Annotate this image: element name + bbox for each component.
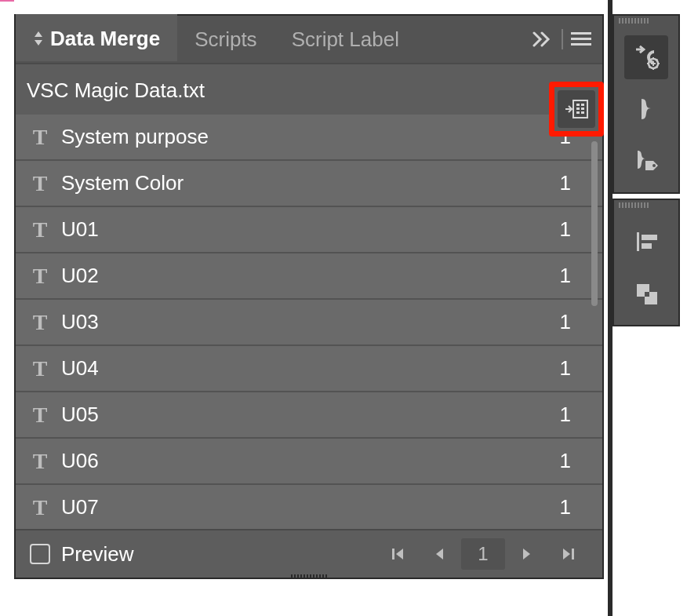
divider	[562, 29, 563, 49]
field-row[interactable]: T System purpose 1	[16, 115, 602, 161]
field-count: 1	[560, 264, 571, 288]
field-name: System purpose	[61, 125, 560, 149]
panel-menu-button[interactable]	[571, 31, 591, 47]
data-merge-panel: Data Merge Scripts Script Label VSC Mag	[14, 14, 604, 579]
svg-rect-4	[576, 104, 580, 106]
panel-tabstrip: Data Merge Scripts Script Label	[16, 16, 602, 63]
field-name: U04	[61, 356, 560, 381]
svg-rect-1	[571, 38, 591, 40]
data-source-row: VSC Magic Data.txt	[16, 63, 602, 116]
dock-pathfinder-button[interactable]	[624, 272, 668, 315]
dock-grip[interactable]	[614, 200, 678, 212]
field-name: System Color	[61, 171, 560, 195]
field-name: U05	[61, 403, 560, 427]
text-field-icon: T	[27, 310, 53, 335]
svg-rect-19	[645, 292, 649, 297]
svg-rect-7	[581, 108, 584, 110]
svg-rect-10	[392, 549, 394, 560]
align-dock-icon	[634, 231, 659, 253]
decorative-line	[0, 0, 14, 2]
field-name: U02	[61, 264, 560, 288]
field-count: 1	[560, 403, 571, 427]
svg-rect-14	[637, 232, 639, 251]
field-name: U07	[61, 495, 560, 519]
tab-label: Script Label	[292, 27, 399, 52]
script-label-dock-icon	[633, 148, 660, 173]
field-count: 1	[560, 356, 571, 381]
tab-data-merge[interactable]: Data Merge	[16, 14, 177, 61]
panel-footer: Preview 1	[16, 529, 602, 578]
field-count: 1	[560, 495, 571, 519]
field-row[interactable]: T U02 1	[16, 253, 602, 300]
field-count: 1	[560, 449, 571, 473]
pathfinder-dock-icon	[634, 281, 659, 306]
preview-label: Preview	[61, 542, 133, 567]
field-row[interactable]: T U07 1	[16, 485, 602, 530]
field-list: T System purpose 1 T System Color 1 T U0…	[16, 115, 602, 530]
field-row[interactable]: T U05 1	[16, 392, 602, 439]
prev-page-icon	[433, 546, 445, 562]
dock-group-2	[612, 199, 680, 326]
dock-scripts-button[interactable]	[624, 87, 668, 131]
dock-grip[interactable]	[614, 16, 678, 27]
last-page-icon	[560, 546, 576, 562]
svg-rect-0	[571, 32, 591, 35]
tab-scripts[interactable]: Scripts	[177, 16, 274, 63]
field-count: 1	[560, 217, 571, 242]
svg-rect-3	[573, 100, 587, 118]
text-field-icon: T	[27, 171, 53, 196]
text-field-icon: T	[27, 125, 53, 150]
next-record-button[interactable]	[508, 538, 546, 570]
next-page-icon	[521, 546, 533, 562]
record-number-field[interactable]: 1	[461, 538, 505, 570]
svg-rect-15	[642, 235, 657, 240]
field-row[interactable]: T System Color 1	[16, 161, 602, 207]
field-count: 1	[560, 310, 571, 334]
svg-rect-8	[576, 111, 580, 114]
collapse-panel-button[interactable]	[532, 31, 554, 47]
text-field-icon: T	[27, 495, 53, 520]
scrollbar-thumb[interactable]	[591, 141, 598, 306]
text-field-icon: T	[27, 264, 53, 289]
scripts-dock-icon	[635, 96, 657, 122]
last-record-button[interactable]	[549, 538, 587, 570]
first-page-icon	[391, 546, 406, 562]
panel-resize-grip[interactable]	[278, 574, 340, 579]
svg-rect-2	[571, 43, 591, 46]
field-row[interactable]: T U06 1	[16, 439, 602, 485]
create-merged-document-button[interactable]	[558, 90, 595, 128]
first-record-button[interactable]	[380, 538, 417, 570]
svg-rect-16	[642, 243, 652, 249]
field-row[interactable]: T U01 1	[16, 207, 602, 253]
dock-script-label-button[interactable]	[624, 139, 668, 183]
field-name: U01	[61, 217, 560, 242]
data-merge-dock-icon	[633, 45, 660, 70]
text-field-icon: T	[27, 356, 53, 381]
field-row[interactable]: T U03 1	[16, 300, 602, 346]
text-field-icon: T	[27, 217, 53, 242]
text-field-icon: T	[27, 449, 53, 474]
right-dock	[612, 14, 680, 331]
field-count: 1	[560, 171, 571, 195]
svg-point-13	[652, 164, 656, 167]
svg-rect-6	[576, 108, 580, 110]
tab-label: Scripts	[194, 27, 256, 52]
data-source-filename: VSC Magic Data.txt	[27, 78, 205, 103]
dock-group-1	[612, 14, 680, 194]
dock-align-button[interactable]	[624, 220, 668, 264]
field-row[interactable]: T U04 1	[16, 346, 602, 392]
svg-rect-11	[572, 549, 574, 560]
prev-record-button[interactable]	[420, 538, 458, 570]
record-pager: 1	[380, 538, 602, 570]
dock-data-merge-button[interactable]	[624, 35, 668, 79]
sort-icon	[33, 30, 44, 47]
tab-script-label[interactable]: Script Label	[274, 16, 416, 63]
preview-checkbox[interactable]	[30, 544, 50, 564]
create-merged-document-icon	[564, 99, 589, 119]
text-field-icon: T	[27, 403, 53, 428]
svg-rect-9	[581, 111, 584, 114]
tab-label: Data Merge	[50, 27, 160, 51]
field-name: U03	[61, 310, 560, 334]
svg-rect-5	[581, 104, 584, 106]
field-name: U06	[61, 449, 560, 473]
